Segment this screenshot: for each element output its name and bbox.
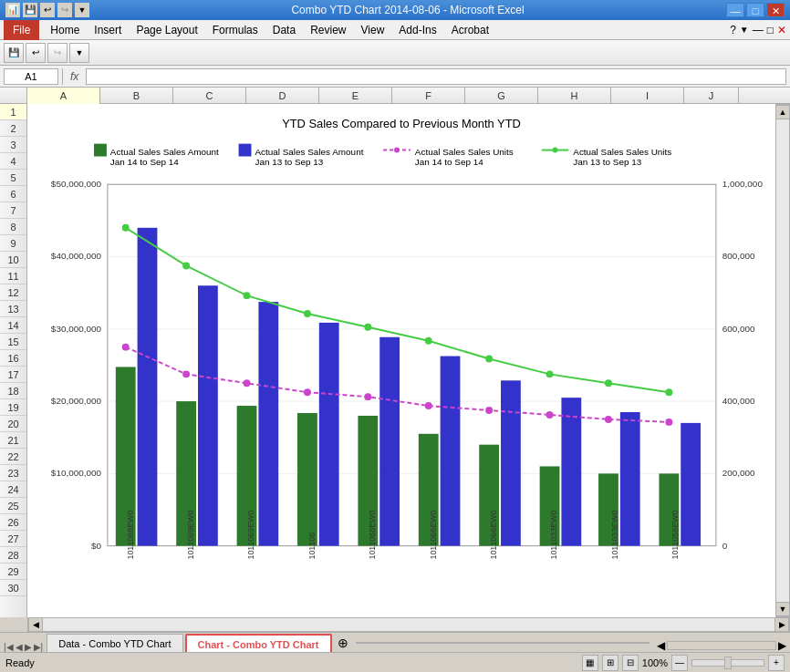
row-num-29[interactable]: 29 xyxy=(0,563,26,580)
col-header-E[interactable]: E xyxy=(319,88,392,104)
row-num-20[interactable]: 20 xyxy=(0,416,26,432)
save-icon[interactable]: 💾 xyxy=(23,3,37,17)
tab-last-btn[interactable]: ▶| xyxy=(34,642,44,652)
row-num-5[interactable]: 5 xyxy=(0,170,26,186)
zoom-slider-track[interactable] xyxy=(691,659,764,667)
row-num-24[interactable]: 24 xyxy=(0,481,26,498)
help-icon[interactable]: ? xyxy=(730,24,736,36)
normal-view-btn[interactable]: ▦ xyxy=(582,655,598,671)
redo-icon[interactable]: ↪ xyxy=(57,3,72,17)
zoom-level: 100% xyxy=(642,657,668,668)
svg-text:Jan 14 to Sep 14: Jan 14 to Sep 14 xyxy=(110,157,179,167)
chart-canvas[interactable]: YTD Sales Compared to Previous Month YTD… xyxy=(27,104,775,617)
vscroll-down-btn[interactable]: ▼ xyxy=(775,602,790,616)
row-num-28[interactable]: 28 xyxy=(0,547,26,563)
restore-btn[interactable]: □ xyxy=(746,3,764,17)
tab-hscroll-track[interactable] xyxy=(667,641,776,650)
row-num-11[interactable]: 11 xyxy=(0,268,26,284)
menu-addins[interactable]: Add-Ins xyxy=(391,20,443,40)
svg-point-55 xyxy=(122,344,130,351)
col-header-J[interactable]: J xyxy=(684,88,739,104)
tab-prev-btn[interactable]: ◀ xyxy=(16,642,23,652)
menu-data[interactable]: Data xyxy=(265,20,303,40)
menu-formulas[interactable]: Formulas xyxy=(205,20,265,40)
undo-icon[interactable]: ↩ xyxy=(40,3,55,17)
horizontal-scrollbar[interactable]: ◀ ▶ xyxy=(27,617,790,632)
row-num-13[interactable]: 13 xyxy=(0,301,26,317)
row-num-23[interactable]: 23 xyxy=(0,465,26,481)
row-num-15[interactable]: 15 xyxy=(0,334,26,350)
row-num-9[interactable]: 9 xyxy=(0,235,26,252)
col-header-F[interactable]: F xyxy=(392,88,465,104)
tab-data[interactable]: Data - Combo YTD Chart xyxy=(47,634,182,652)
zoom-in-btn[interactable]: + xyxy=(768,655,785,671)
row-num-1[interactable]: 1 xyxy=(0,104,26,120)
quick-access-more[interactable]: ▼ xyxy=(75,3,89,17)
row-num-26[interactable]: 26 xyxy=(0,514,26,531)
save-button[interactable]: 💾 xyxy=(4,43,24,63)
menu-insert[interactable]: Insert xyxy=(87,20,129,40)
tab-hscroll-right[interactable]: ▶ xyxy=(778,639,786,652)
col-header-I[interactable]: I xyxy=(611,88,684,104)
quickaccess-dropdown[interactable]: ▼ xyxy=(69,43,89,63)
row-num-7[interactable]: 7 xyxy=(0,202,26,219)
tab-add-btn[interactable]: ⊕ xyxy=(338,636,348,650)
tab-chart[interactable]: Chart - Combo YTD Chart xyxy=(185,634,332,652)
row-num-19[interactable]: 19 xyxy=(0,399,26,416)
close-btn[interactable]: ✕ xyxy=(766,3,785,17)
row-num-22[interactable]: 22 xyxy=(0,449,26,465)
menu-acrobat[interactable]: Acrobat xyxy=(444,20,496,40)
row-num-16[interactable]: 16 xyxy=(0,350,26,367)
col-header-A[interactable]: A xyxy=(27,88,100,104)
col-header-C[interactable]: C xyxy=(173,88,246,104)
row-num-30[interactable]: 30 xyxy=(0,580,26,596)
row-num-14[interactable]: 14 xyxy=(0,317,26,334)
menu-page-layout[interactable]: Page Layout xyxy=(129,20,204,40)
formula-input[interactable] xyxy=(86,68,786,85)
ribbon-minimize-icon[interactable]: ▼ xyxy=(740,25,749,35)
row-num-27[interactable]: 27 xyxy=(0,531,26,547)
zoom-out-btn[interactable]: — xyxy=(671,655,688,671)
col-header-B[interactable]: B xyxy=(100,88,173,104)
row-num-21[interactable]: 21 xyxy=(0,432,26,449)
zoom-slider-thumb[interactable] xyxy=(724,656,732,669)
row-num-8[interactable]: 8 xyxy=(0,219,26,235)
row-num-25[interactable]: 25 xyxy=(0,498,26,514)
tab-next-btn[interactable]: ▶ xyxy=(25,642,32,652)
window-close-icon[interactable]: ✕ xyxy=(777,24,786,36)
page-break-btn[interactable]: ⊟ xyxy=(622,655,639,671)
row-num-12[interactable]: 12 xyxy=(0,284,26,301)
menu-review[interactable]: Review xyxy=(303,20,353,40)
menu-home[interactable]: Home xyxy=(43,20,87,40)
vertical-scrollbar[interactable]: ▲ ▼ xyxy=(775,104,790,617)
col-header-G[interactable]: G xyxy=(465,88,538,104)
tab-scroll-controls: |◀ ◀ ▶ ▶| xyxy=(4,642,43,652)
row-num-6[interactable]: 6 xyxy=(0,186,26,202)
window-min-icon[interactable]: — xyxy=(753,24,764,36)
page-layout-btn[interactable]: ⊞ xyxy=(602,655,618,671)
svg-point-62 xyxy=(546,411,554,419)
row-num-18[interactable]: 18 xyxy=(0,383,26,399)
vscroll-up-btn[interactable]: ▲ xyxy=(775,105,790,119)
status-right-controls: ▦ ⊞ ⊟ 100% — + xyxy=(582,655,785,671)
row-num-10[interactable]: 10 xyxy=(0,252,26,268)
svg-point-69 xyxy=(364,324,371,331)
row-num-17[interactable]: 17 xyxy=(0,367,26,383)
redo-button[interactable]: ↪ xyxy=(47,43,68,63)
menu-view[interactable]: View xyxy=(354,20,392,40)
minimize-btn[interactable]: — xyxy=(726,3,744,17)
row-num-3[interactable]: 3 xyxy=(0,137,26,153)
window-restore-icon[interactable]: □ xyxy=(767,24,774,36)
undo-button[interactable]: ↩ xyxy=(26,43,46,63)
hscroll-left-btn[interactable]: ◀ xyxy=(28,617,43,632)
menu-file[interactable]: File xyxy=(4,20,39,40)
row-num-4[interactable]: 4 xyxy=(0,153,26,170)
cell-reference-input[interactable] xyxy=(4,68,58,85)
chart-container[interactable]: YTD Sales Compared to Previous Month YTD… xyxy=(27,104,775,617)
col-header-H[interactable]: H xyxy=(538,88,611,104)
col-header-D[interactable]: D xyxy=(246,88,319,104)
row-num-2[interactable]: 2 xyxy=(0,120,26,137)
tab-hscroll-left[interactable]: ◀ xyxy=(657,639,665,652)
hscroll-right-btn[interactable]: ▶ xyxy=(774,617,789,632)
tab-first-btn[interactable]: |◀ xyxy=(4,642,14,652)
